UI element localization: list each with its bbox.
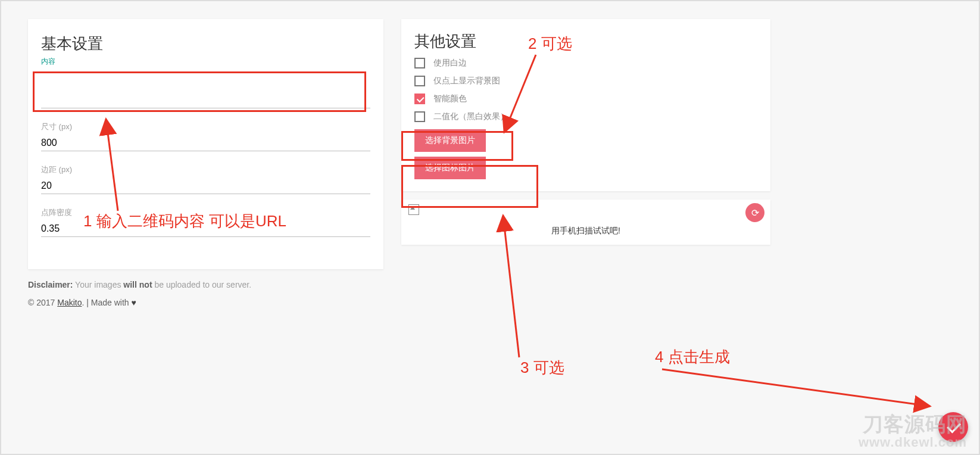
option-label: 二值化（黑白效果） [433, 111, 508, 122]
copyright-prefix: © 2017 [28, 298, 57, 307]
refresh-icon: ⟳ [751, 207, 759, 219]
checkbox-unchecked-icon[interactable] [414, 58, 425, 68]
refresh-button[interactable]: ⟳ [745, 203, 764, 222]
disclaimer-bold2: will not [123, 280, 152, 289]
other-settings-card: 其他设置 使用白边 仅点上显示背景图 智能颜色 二值化（黑白效果） 选择背景图片… [401, 19, 770, 191]
option-label: 智能颜色 [433, 94, 467, 104]
copyright-suffix: . | Made with [82, 298, 131, 307]
choose-icon-button[interactable]: 选择图标图片 [414, 157, 486, 179]
preview-card: ⟳ 用手机扫描试试吧! [401, 200, 770, 245]
disclaimer-end: be uploaded to our server. [152, 280, 252, 289]
margin-input[interactable] [41, 177, 370, 194]
option-smartcolor-row[interactable]: 智能颜色 [414, 94, 757, 104]
option-whiteborder-row[interactable]: 使用白边 [414, 58, 757, 68]
option-label: 使用白边 [433, 58, 467, 68]
svg-line-3 [662, 369, 930, 406]
size-label: 尺寸 (px) [41, 121, 370, 132]
other-settings-title: 其他设置 [414, 31, 757, 52]
basic-settings-title: 基本设置 [41, 33, 370, 54]
preview-caption: 用手机扫描试试吧! [408, 226, 763, 236]
annotation-text-3: 3 可选 [520, 357, 564, 378]
content-input[interactable] [41, 91, 370, 108]
copyright-line: © 2017 Makito. | Made with ♥ [28, 298, 979, 307]
checkbox-unchecked-icon[interactable] [414, 76, 425, 86]
choose-bg-button[interactable]: 选择背景图片 [414, 129, 486, 152]
generate-fab-button[interactable] [938, 412, 968, 442]
option-dotbg-row[interactable]: 仅点上显示背景图 [414, 76, 757, 86]
broken-image-icon [408, 204, 419, 215]
content-label: 内容 [41, 57, 370, 67]
author-link[interactable]: Makito [57, 298, 82, 307]
checkbox-checked-icon[interactable] [414, 94, 425, 104]
disclaimer-text: Your images [73, 280, 123, 289]
checkbox-unchecked-icon[interactable] [414, 111, 425, 122]
density-label: 点阵密度 [41, 207, 370, 218]
margin-label: 边距 (px) [41, 164, 370, 175]
basic-settings-card: 基本设置 内容 尺寸 (px) 边距 (px) 点阵密度 [28, 19, 383, 269]
disclaimer-line: Disclaimer: Your images will not be uplo… [28, 280, 979, 289]
option-label: 仅点上显示背景图 [433, 76, 500, 86]
option-binarize-row[interactable]: 二值化（黑白效果） [414, 111, 757, 122]
density-input[interactable] [41, 220, 370, 237]
size-input[interactable] [41, 134, 370, 151]
annotation-text-4: 4 点击生成 [655, 347, 730, 367]
footer: Disclaimer: Your images will not be uplo… [1, 269, 979, 307]
heart-icon: ♥ [132, 298, 136, 307]
disclaimer-bold: Disclaimer: [28, 280, 73, 289]
